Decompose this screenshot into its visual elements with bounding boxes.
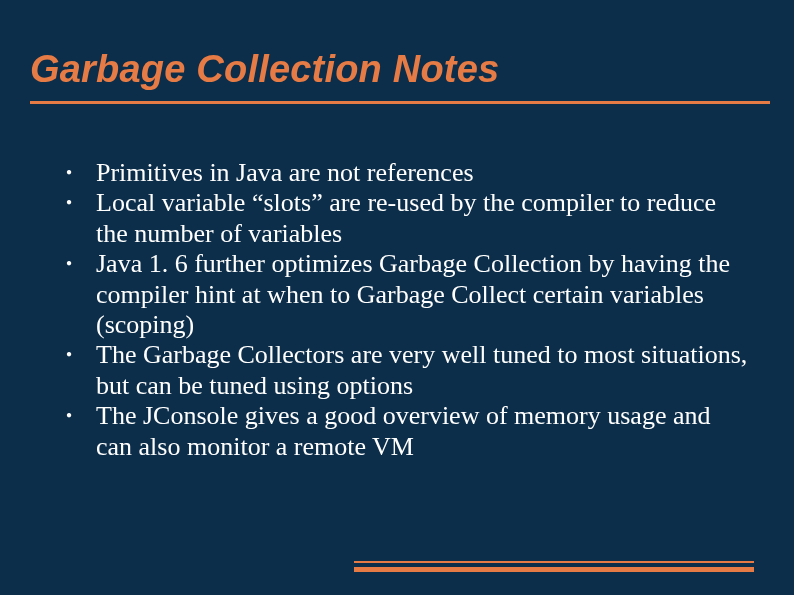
bullet-item: The Garbage Collectors are very well tun…	[62, 340, 750, 401]
footer-decoration	[354, 561, 754, 572]
footer-rule-thin	[354, 561, 754, 563]
slide-title: Garbage Collection Notes	[30, 48, 750, 91]
title-underline	[30, 101, 770, 104]
slide-container: Garbage Collection Notes Primitives in J…	[0, 0, 794, 595]
slide-content: Primitives in Java are not references Lo…	[62, 158, 750, 462]
footer-rule-thick	[354, 567, 754, 572]
bullet-list: Primitives in Java are not references Lo…	[62, 158, 750, 462]
bullet-item: Java 1. 6 further optimizes Garbage Coll…	[62, 249, 750, 340]
bullet-item: The JConsole gives a good overview of me…	[62, 401, 750, 462]
bullet-item: Primitives in Java are not references	[62, 158, 750, 188]
bullet-item: Local variable “slots” are re-used by th…	[62, 188, 750, 249]
